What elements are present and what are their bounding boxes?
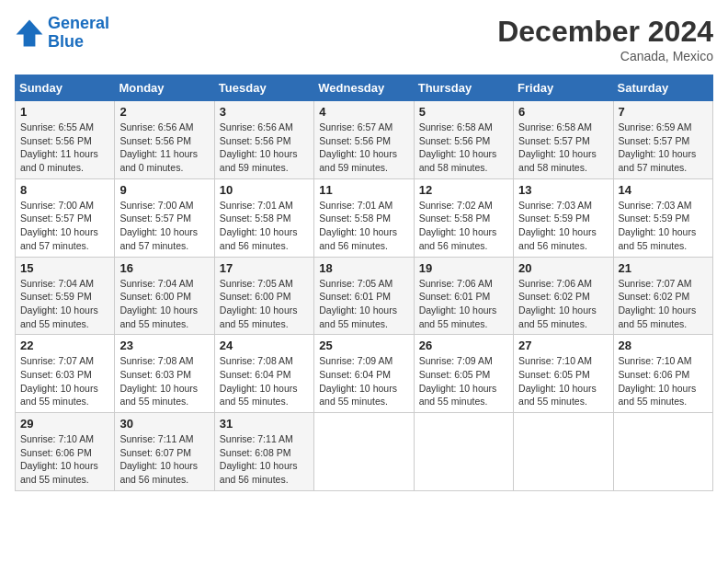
table-row	[514, 413, 613, 491]
table-row: 24Sunrise: 7:08 AMSunset: 6:04 PMDayligh…	[214, 335, 313, 413]
day-number: 18	[319, 261, 408, 275]
table-row: 9Sunrise: 7:00 AMSunset: 5:57 PMDaylight…	[115, 178, 214, 257]
day-number: 17	[220, 261, 309, 275]
table-row: 4Sunrise: 6:57 AMSunset: 5:56 PMDaylight…	[314, 101, 414, 179]
day-info: Sunrise: 7:09 AMSunset: 6:04 PMDaylight:…	[319, 354, 408, 408]
day-info: Sunrise: 7:03 AMSunset: 5:59 PMDaylight:…	[518, 199, 608, 253]
day-info: Sunrise: 7:03 AMSunset: 5:59 PMDaylight:…	[619, 199, 708, 253]
calendar-week-row: 15Sunrise: 7:04 AMSunset: 5:59 PMDayligh…	[16, 257, 713, 335]
table-row: 5Sunrise: 6:58 AMSunset: 5:56 PMDaylight…	[414, 101, 513, 179]
day-info: Sunrise: 7:11 AMSunset: 6:08 PMDaylight:…	[220, 432, 309, 487]
day-number: 21	[619, 261, 708, 275]
day-number: 4	[319, 105, 408, 119]
day-number: 14	[619, 183, 708, 197]
calendar-week-row: 1Sunrise: 6:55 AMSunset: 5:56 PMDaylight…	[16, 101, 713, 179]
table-row: 11Sunrise: 7:01 AMSunset: 5:58 PMDayligh…	[314, 178, 414, 257]
day-info: Sunrise: 7:10 AMSunset: 6:05 PMDaylight:…	[518, 354, 608, 408]
day-info: Sunrise: 6:56 AMSunset: 5:56 PMDaylight:…	[119, 121, 209, 175]
col-friday: Friday	[514, 75, 613, 101]
day-info: Sunrise: 7:02 AMSunset: 5:58 PMDaylight:…	[419, 199, 508, 253]
table-row: 28Sunrise: 7:10 AMSunset: 6:06 PMDayligh…	[613, 335, 712, 413]
table-row: 31Sunrise: 7:11 AMSunset: 6:08 PMDayligh…	[214, 413, 313, 491]
table-row: 7Sunrise: 6:59 AMSunset: 5:57 PMDaylight…	[613, 101, 712, 179]
day-number: 31	[220, 417, 309, 431]
day-number: 13	[518, 183, 608, 197]
day-info: Sunrise: 7:05 AMSunset: 6:00 PMDaylight:…	[220, 277, 309, 331]
logo-text: GeneralBlue	[48, 15, 109, 52]
day-number: 25	[319, 339, 408, 352]
title-block: December 2024 Canada, Mexico	[497, 15, 713, 63]
day-info: Sunrise: 7:08 AMSunset: 6:03 PMDaylight:…	[119, 354, 209, 408]
day-info: Sunrise: 7:10 AMSunset: 6:06 PMDaylight:…	[619, 354, 708, 408]
day-info: Sunrise: 7:04 AMSunset: 5:59 PMDaylight:…	[20, 277, 109, 331]
day-info: Sunrise: 7:07 AMSunset: 6:02 PMDaylight:…	[619, 277, 708, 331]
day-info: Sunrise: 7:08 AMSunset: 6:04 PMDaylight:…	[220, 354, 309, 408]
logo: GeneralBlue	[15, 15, 109, 52]
day-number: 6	[518, 105, 608, 119]
day-number: 9	[119, 183, 209, 197]
table-row: 18Sunrise: 7:05 AMSunset: 6:01 PMDayligh…	[314, 257, 414, 335]
day-number: 10	[220, 183, 309, 197]
svg-marker-0	[17, 19, 43, 46]
subtitle: Canada, Mexico	[497, 49, 713, 63]
day-number: 12	[419, 183, 508, 197]
table-row: 26Sunrise: 7:09 AMSunset: 6:05 PMDayligh…	[414, 335, 513, 413]
table-row	[613, 413, 712, 491]
day-info: Sunrise: 7:07 AMSunset: 6:03 PMDaylight:…	[20, 354, 109, 408]
day-info: Sunrise: 6:56 AMSunset: 5:56 PMDaylight:…	[220, 121, 309, 175]
col-thursday: Thursday	[414, 75, 513, 101]
table-row: 17Sunrise: 7:05 AMSunset: 6:00 PMDayligh…	[214, 257, 313, 335]
calendar-week-row: 29Sunrise: 7:10 AMSunset: 6:06 PMDayligh…	[16, 413, 713, 491]
table-row: 13Sunrise: 7:03 AMSunset: 5:59 PMDayligh…	[514, 178, 613, 257]
day-info: Sunrise: 7:09 AMSunset: 6:05 PMDaylight:…	[419, 354, 508, 408]
day-info: Sunrise: 6:55 AMSunset: 5:56 PMDaylight:…	[20, 121, 109, 175]
calendar-table: Sunday Monday Tuesday Wednesday Thursday…	[15, 75, 713, 491]
day-number: 19	[419, 261, 508, 275]
day-number: 15	[20, 261, 109, 275]
table-row: 15Sunrise: 7:04 AMSunset: 5:59 PMDayligh…	[16, 257, 115, 335]
day-number: 7	[619, 105, 708, 119]
table-row: 29Sunrise: 7:10 AMSunset: 6:06 PMDayligh…	[16, 413, 115, 491]
day-info: Sunrise: 7:06 AMSunset: 6:02 PMDaylight:…	[518, 277, 608, 331]
day-info: Sunrise: 6:58 AMSunset: 5:56 PMDaylight:…	[419, 121, 508, 175]
day-number: 11	[319, 183, 408, 197]
table-row	[314, 413, 414, 491]
table-row: 10Sunrise: 7:01 AMSunset: 5:58 PMDayligh…	[214, 178, 313, 257]
table-row: 8Sunrise: 7:00 AMSunset: 5:57 PMDaylight…	[16, 178, 115, 257]
day-number: 30	[119, 417, 209, 431]
day-info: Sunrise: 7:10 AMSunset: 6:06 PMDaylight:…	[20, 432, 109, 487]
table-row: 23Sunrise: 7:08 AMSunset: 6:03 PMDayligh…	[115, 335, 214, 413]
day-number: 1	[20, 105, 109, 119]
day-number: 22	[20, 339, 109, 352]
day-number: 3	[220, 105, 309, 119]
day-info: Sunrise: 7:11 AMSunset: 6:07 PMDaylight:…	[119, 432, 209, 487]
day-info: Sunrise: 7:05 AMSunset: 6:01 PMDaylight:…	[319, 277, 408, 331]
month-title: December 2024	[497, 15, 713, 49]
logo-icon	[15, 18, 44, 48]
day-info: Sunrise: 6:59 AMSunset: 5:57 PMDaylight:…	[619, 121, 708, 175]
day-info: Sunrise: 7:00 AMSunset: 5:57 PMDaylight:…	[119, 199, 209, 253]
calendar-week-row: 8Sunrise: 7:00 AMSunset: 5:57 PMDaylight…	[16, 178, 713, 257]
table-row: 2Sunrise: 6:56 AMSunset: 5:56 PMDaylight…	[115, 101, 214, 179]
day-number: 27	[518, 339, 608, 352]
table-row: 6Sunrise: 6:58 AMSunset: 5:57 PMDaylight…	[514, 101, 613, 179]
day-info: Sunrise: 7:01 AMSunset: 5:58 PMDaylight:…	[319, 199, 408, 253]
day-number: 8	[20, 183, 109, 197]
col-monday: Monday	[115, 75, 214, 101]
day-info: Sunrise: 7:01 AMSunset: 5:58 PMDaylight:…	[220, 199, 309, 253]
day-number: 24	[220, 339, 309, 352]
col-saturday: Saturday	[613, 75, 712, 101]
table-row: 3Sunrise: 6:56 AMSunset: 5:56 PMDaylight…	[214, 101, 313, 179]
day-info: Sunrise: 7:06 AMSunset: 6:01 PMDaylight:…	[419, 277, 508, 331]
table-row: 20Sunrise: 7:06 AMSunset: 6:02 PMDayligh…	[514, 257, 613, 335]
col-sunday: Sunday	[16, 75, 115, 101]
day-number: 16	[119, 261, 209, 275]
day-info: Sunrise: 7:00 AMSunset: 5:57 PMDaylight:…	[20, 199, 109, 253]
table-row: 12Sunrise: 7:02 AMSunset: 5:58 PMDayligh…	[414, 178, 513, 257]
table-row: 19Sunrise: 7:06 AMSunset: 6:01 PMDayligh…	[414, 257, 513, 335]
day-number: 5	[419, 105, 508, 119]
table-row: 25Sunrise: 7:09 AMSunset: 6:04 PMDayligh…	[314, 335, 414, 413]
col-tuesday: Tuesday	[214, 75, 313, 101]
day-number: 20	[518, 261, 608, 275]
day-number: 2	[119, 105, 209, 119]
